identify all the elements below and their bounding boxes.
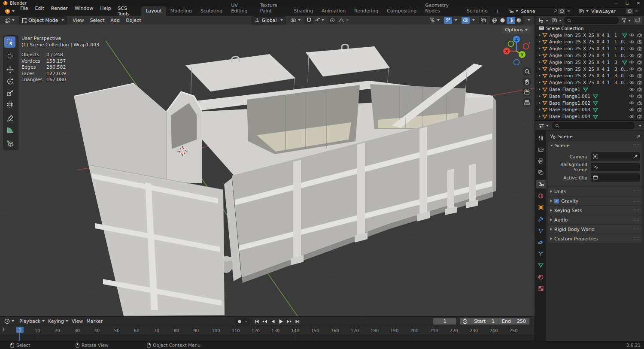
prev-keyframe-button[interactable] [261,318,269,325]
toggle-ortho-button[interactable] [522,98,532,107]
disable-render-icon[interactable] [637,67,642,71]
proportional-editing-toggle[interactable] [328,17,337,24]
outliner-item-row[interactable]: Angle_iron_25_X_25_X_4_1__1_ [535,32,644,39]
editor-type-button[interactable] [3,17,16,24]
expand-icon[interactable] [539,34,541,36]
play-button[interactable] [277,318,285,325]
properties-tab-object-data[interactable] [536,261,546,270]
expand-icon[interactable] [539,108,541,111]
outliner-item-row[interactable]: Base_Flange1 [535,86,644,93]
properties-tab-object[interactable] [536,203,546,212]
disable-render-icon[interactable] [637,80,642,85]
pivot-point-dropdown[interactable] [289,17,302,24]
tool-select-box[interactable] [4,36,15,48]
properties-tab-view-layer[interactable] [536,168,546,177]
properties-options-dropdown[interactable] [639,125,641,127]
hide-eye-icon[interactable] [629,94,635,98]
drag-grip-icon[interactable]: :::: [633,237,640,240]
disable-render-icon[interactable] [637,33,642,37]
tool-cursor[interactable] [4,50,15,61]
disable-render-icon[interactable] [637,87,642,91]
properties-tab-world[interactable] [536,191,546,200]
hide-eye-icon[interactable] [629,81,635,85]
properties-panel[interactable]: ✓ Gravity :::: [548,197,642,205]
shading-solid-button[interactable] [498,17,507,24]
scene-collection-row[interactable]: Scene Collection [535,25,644,32]
disable-render-icon[interactable] [637,46,642,51]
hide-eye-icon[interactable] [629,88,635,91]
gizmo-z-neg-axis[interactable] [514,60,519,65]
viewport-menu[interactable]: Add [107,18,122,23]
workspace-tab[interactable]: Sculpting [196,6,227,16]
outliner-item-row[interactable]: Base_Flange1.004 [535,113,644,120]
camera-view-button[interactable] [522,88,532,97]
maximize-button[interactable]: ▢ [622,0,633,6]
outliner-item-row[interactable]: Angle_iron_25_X_25_X_4_1__3_.001 [535,66,644,73]
expand-icon[interactable] [539,40,541,43]
viewport-menu[interactable]: Select [87,18,107,23]
properties-panel[interactable]: ✓ Rigid Body World :::: [548,225,642,234]
start-frame-field[interactable]: Start 1 [470,318,498,325]
snap-settings-dropdown[interactable] [313,17,326,24]
timeline-tracks[interactable] [0,334,535,341]
expand-icon[interactable] [539,95,541,97]
eyedropper-icon[interactable] [633,154,638,159]
gravity-checkbox[interactable]: ✓ [554,199,559,203]
outliner-item-row[interactable]: Angle_iron_25_X_25_X_4_1__1_.001 [535,39,644,46]
snap-toggle[interactable] [305,17,313,24]
workspace-tab[interactable]: Geometry Nodes [421,1,462,16]
disable-render-icon[interactable] [637,107,642,112]
play-reverse-button[interactable] [269,318,277,325]
properties-tab-constraints[interactable] [536,249,546,258]
scene-panel-header[interactable]: Scene :::: [548,141,642,150]
hide-eye-icon[interactable] [629,33,635,37]
proportional-falloff-dropdown[interactable] [337,17,350,24]
outliner-item-row[interactable]: Angle_iron_25_X_25_X_4_1__3_.002 [535,73,644,79]
hide-eye-icon[interactable] [629,115,635,118]
properties-tab-tool[interactable] [536,134,546,142]
outliner-filter-dropdown[interactable] [620,17,632,24]
overlays-dropdown[interactable] [469,17,477,24]
workspace-tab[interactable]: Compositing [383,6,421,16]
end-frame-field[interactable]: End 250 [498,318,529,325]
workspace-tab[interactable]: Texture Paint [256,1,290,16]
disable-render-icon[interactable] [637,114,642,118]
drag-grip-icon[interactable]: :::: [633,144,640,147]
hide-eye-icon[interactable] [629,47,635,51]
remove-viewlayer-button[interactable]: ✕ [633,9,640,13]
shading-dropdown[interactable] [524,17,532,24]
minimize-button[interactable]: — [611,0,622,6]
expand-icon[interactable] [539,47,541,50]
viewlayer-selector[interactable]: ViewLayer ✕ [577,7,641,15]
properties-panel[interactable]: ✓ Audio :::: [548,215,642,224]
properties-tab-physics[interactable] [536,238,546,246]
marker-menu[interactable]: Marker [86,319,103,324]
timeline-expand-arrow[interactable]: ❯ [2,327,5,331]
expand-icon[interactable] [539,68,541,70]
outliner-item-row[interactable]: Angle_iron_25_X_25_X_4_1__3_ [535,59,644,66]
blender-app-menu-button[interactable] [3,9,17,14]
properties-search-input[interactable] [552,122,635,129]
timeline-editor-type-button[interactable] [3,318,16,325]
outliner-filter-image-dropdown[interactable] [551,17,562,24]
disable-render-icon[interactable] [637,73,642,78]
shading-rendered-button[interactable] [515,17,523,24]
scene-selector[interactable]: Scene ✕ [507,7,574,15]
properties-panel[interactable]: ✓ Keying Sets :::: [548,206,642,215]
properties-editor-type-button[interactable] [538,122,550,129]
xray-toggle[interactable] [479,17,487,24]
auto-keying-toggle[interactable] [235,318,249,325]
tool-transform[interactable] [4,99,15,110]
playback-menu[interactable]: Playback [19,319,45,324]
properties-tab-particles[interactable] [536,226,546,235]
pin-icon[interactable] [553,9,557,13]
workspace-tab[interactable]: Scripting [462,6,492,16]
camera-field[interactable] [591,152,640,161]
expand-icon[interactable] [539,81,541,84]
playhead[interactable] [19,333,20,341]
background-scene-field[interactable] [591,163,640,171]
outliner-item-row[interactable]: Angle_iron_25_X_25_X_4_1__3_.003 [535,79,644,86]
navigation-gizmo[interactable]: Z X Y [501,36,532,67]
keying-menu[interactable]: Keying [48,319,68,324]
properties-tab-material[interactable] [536,273,546,281]
